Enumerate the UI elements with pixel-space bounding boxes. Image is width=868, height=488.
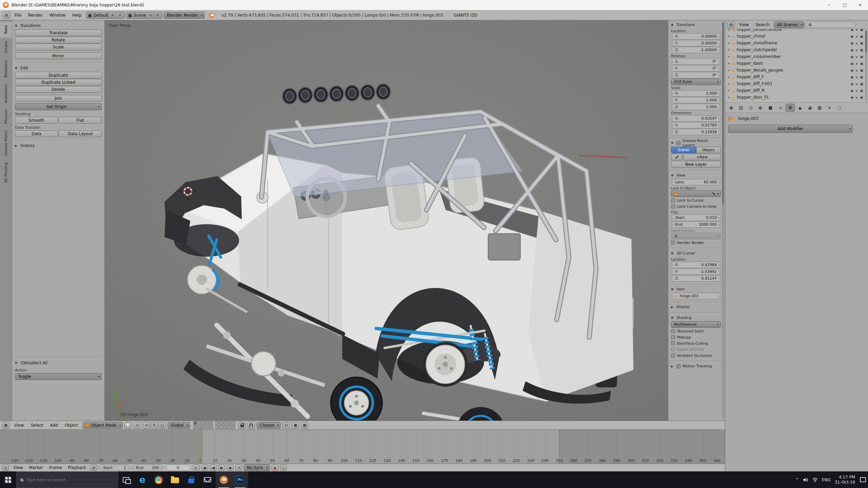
selectable-icon[interactable]: ▸ (856, 62, 858, 65)
layer-cell[interactable] (197, 425, 201, 429)
viewport-3d[interactable]: User Persp (0) hinge.003 ▼ Transform Loc… (105, 20, 725, 421)
file-explorer-button[interactable] (167, 471, 183, 488)
eye-icon[interactable]: ◉ (851, 68, 854, 72)
lock-camera-checkbox[interactable]: Lock Camera to View (671, 203, 721, 209)
expand-icon[interactable]: + (727, 62, 731, 65)
add-scene-button[interactable]: + (148, 13, 153, 17)
maximize-button[interactable]: ▢ (837, 0, 852, 10)
play-reverse-button[interactable]: ◀ (210, 465, 217, 471)
grease-pencil-checkbox[interactable] (676, 141, 680, 145)
delete-scene-button[interactable]: × (155, 13, 160, 17)
properties-tab-modifiers[interactable]: ⚙ (786, 104, 795, 112)
taskbar-search[interactable] (16, 471, 118, 488)
selectable-icon[interactable]: ▸ (856, 48, 858, 52)
expand-icon[interactable]: + (727, 68, 731, 72)
layer-cell[interactable] (228, 421, 231, 425)
add-layout-button[interactable]: + (110, 13, 116, 17)
view-panel-header[interactable]: ▼ View (671, 172, 721, 179)
rotate-button[interactable]: Rotate (15, 37, 102, 43)
dimension-fields-2[interactable]: Z:0.12938 (671, 129, 721, 135)
npanel-scrollbar[interactable] (722, 22, 724, 419)
toolshelf-tab-physics[interactable]: Physics (0, 106, 12, 127)
jump-to-start-button[interactable]: ⇤ (193, 465, 200, 471)
menu-select[interactable]: Select (27, 422, 46, 429)
play-button[interactable]: ▶ (218, 465, 225, 471)
scale-fields-2[interactable]: Z:1.000 (671, 104, 721, 110)
shading-panel-header[interactable]: ▼ Shading (671, 314, 721, 321)
menu-render[interactable]: Render (25, 12, 46, 19)
close-button[interactable]: × (852, 0, 868, 10)
timeline-editor-button[interactable]: ◷ (2, 465, 9, 471)
snap-element-dropdown[interactable]: Closest (257, 422, 281, 429)
scale-fields-1[interactable]: Y:1.000 (671, 97, 721, 103)
current-frame-field[interactable]: 0 (165, 465, 191, 471)
object-name[interactable]: hopper_diff_F (737, 75, 764, 79)
cursor-panel-header[interactable]: ▼ 3D Cursor (671, 250, 721, 257)
scale-button[interactable]: Scale (15, 44, 102, 50)
renderable-icon[interactable]: ▣ (860, 82, 863, 86)
menu-frame[interactable]: Frame (46, 464, 64, 471)
orientation-dropdown[interactable]: Global (167, 422, 190, 429)
renderable-icon[interactable]: ▣ (860, 48, 863, 52)
selectable-icon[interactable]: ▸ (856, 29, 858, 32)
speaker-icon[interactable] (803, 477, 808, 482)
eye-icon[interactable]: ◉ (851, 89, 854, 93)
selectable-icon[interactable]: ▸ (856, 68, 858, 72)
giants-i3d-menu[interactable]: GIANTS I3D (451, 12, 480, 19)
manipulator-scale-button[interactable]: ◱ (158, 422, 166, 429)
outliner-row-hopper-clutchpedal[interactable]: +▲hopper_clutchpedal◉▸▣ (725, 46, 868, 53)
scene-value[interactable]: Scene (134, 13, 146, 18)
layer-cell[interactable] (193, 425, 197, 429)
clip-end-field[interactable]: End:1000.000 (671, 221, 721, 228)
outliner-row-hopper-diff-f-001[interactable]: +▲hopper_diff_F.001◉▸▣ (725, 80, 868, 87)
layer-cell[interactable] (219, 425, 223, 429)
outliner-row-hopper-crossmember[interactable]: +▲hopper_crossmember◉▸▣ (725, 53, 868, 60)
data-button[interactable]: Data (15, 130, 58, 137)
selectable-icon[interactable]: ▸ (856, 96, 858, 99)
eye-icon[interactable]: ◉ (851, 96, 854, 99)
layer-cell[interactable] (223, 421, 227, 425)
outliner-row-hopper-door-fl[interactable]: +▲hopper_door_FL◉▸▣ (725, 94, 868, 101)
mode-dropdown[interactable]: Object Mode (83, 422, 123, 429)
dimension-fields-0[interactable]: X:0.02547 (671, 115, 721, 122)
layer-cell[interactable] (205, 425, 209, 429)
jump-to-end-button[interactable]: ⇥ (235, 465, 242, 471)
eye-icon[interactable]: ◉ (851, 82, 854, 86)
lock-to-scene-button[interactable] (238, 422, 246, 429)
outliner-row-hopper-dash[interactable]: +▲hopper_dash◉▸▣ (725, 60, 868, 67)
object-name[interactable]: hopper_dash (737, 61, 763, 66)
layer-cell[interactable] (197, 421, 201, 425)
language-indicator[interactable]: ENG (822, 477, 831, 482)
motion-tracking-header[interactable]: ▶ Motion Tracking (671, 363, 721, 369)
menu-playback[interactable]: Playback (65, 464, 89, 471)
frame-start-field[interactable]: Start:1 (99, 465, 130, 471)
delete-button[interactable]: Delete (15, 86, 102, 93)
expand-icon[interactable]: + (727, 48, 731, 52)
layer-cell[interactable] (215, 425, 219, 429)
blender-app-button[interactable] (216, 471, 232, 488)
rotation-mode-dropdown[interactable]: XYZ Euler (671, 79, 721, 85)
object-name[interactable]: hopper_diff_R (737, 88, 765, 93)
viewport-scene[interactable] (105, 20, 725, 421)
outliner-row-hopper-chmsl[interactable]: +▲hopper_chmsl◉▸▣ (725, 33, 868, 40)
translate-button[interactable]: Translate (15, 29, 102, 36)
expand-icon[interactable]: + (727, 55, 731, 59)
properties-tab-constraints[interactable]: ∞ (776, 104, 785, 112)
object-name[interactable]: hopper_decals_gauges (737, 68, 783, 73)
snap-target-button[interactable]: ⊡ (282, 422, 290, 429)
panel-edit-header[interactable]: ▼ Edit (15, 65, 102, 72)
menu-add[interactable]: Add (47, 422, 61, 429)
properties-tab-object-data[interactable]: ▲ (795, 104, 805, 112)
info-editor-icon[interactable]: ▤ (3, 12, 10, 19)
network-icon[interactable] (812, 477, 818, 482)
smooth-button[interactable]: Smooth (15, 117, 58, 124)
gp-new-layer-button[interactable]: New Layer (671, 161, 721, 168)
menu-help[interactable]: Help (69, 12, 84, 19)
menu-window[interactable]: Window (46, 12, 68, 19)
eye-icon[interactable]: ◉ (851, 35, 854, 38)
current-frame-marker[interactable] (201, 430, 201, 464)
lens-field[interactable]: Lens:65.000 (671, 179, 721, 185)
selectable-icon[interactable]: ▸ (856, 89, 858, 93)
rotation-fields-2[interactable]: Z:0° (671, 72, 721, 78)
action-center-icon[interactable] (860, 477, 866, 482)
